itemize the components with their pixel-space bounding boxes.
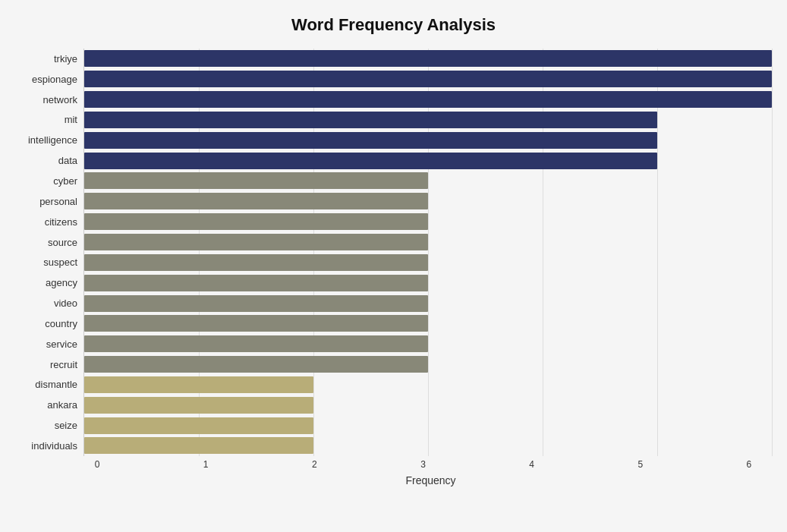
y-label: data: [58, 156, 77, 165]
y-label: mit: [65, 115, 77, 124]
grid-line: [772, 49, 773, 456]
bar-row: [84, 252, 772, 272]
bars-wrapper: [83, 49, 772, 456]
bar: [84, 234, 428, 250]
y-label: suspect: [43, 257, 77, 267]
x-axis-area: 0123456 Frequency: [90, 456, 772, 486]
bar: [84, 193, 428, 209]
y-labels: trkiyeespionagenetworkmitintelligencedat…: [15, 49, 83, 456]
bar-row: [84, 272, 772, 293]
x-tick: 4: [524, 459, 540, 470]
y-label: individuals: [31, 441, 77, 451]
y-label: network: [42, 95, 77, 105]
bar: [84, 335, 428, 352]
bar: [84, 213, 428, 230]
y-label: source: [48, 238, 77, 247]
bar-row: [84, 130, 772, 150]
bar-row: [84, 212, 772, 232]
bar-row: [84, 69, 772, 90]
bar-row: [84, 395, 772, 415]
bar: [84, 91, 772, 108]
bar-row: [84, 313, 772, 334]
x-tick: 2: [307, 459, 322, 470]
bar: [84, 153, 657, 169]
bar: [84, 112, 657, 128]
bar-row: [84, 90, 772, 110]
bar-row: [84, 415, 772, 436]
x-tick: 1: [198, 459, 213, 470]
bar: [84, 254, 428, 271]
x-tick: 6: [741, 459, 757, 470]
bar-row: [84, 334, 772, 354]
bar: [84, 397, 313, 414]
bar: [84, 376, 313, 393]
y-label: cyber: [53, 176, 77, 186]
y-label: video: [54, 298, 77, 308]
y-label: recruit: [50, 360, 77, 370]
y-label: intelligence: [28, 135, 77, 145]
bar: [84, 172, 428, 189]
x-ticks: 0123456: [90, 456, 772, 470]
y-label: service: [46, 339, 77, 349]
bar-row: [84, 171, 772, 191]
bar-row: [84, 150, 772, 171]
bar: [84, 417, 313, 434]
bar-row: [84, 191, 772, 212]
y-label: ankara: [47, 400, 77, 410]
bar: [84, 315, 428, 332]
bar: [84, 50, 772, 67]
x-tick: 0: [90, 459, 105, 470]
bar-row: [84, 354, 772, 375]
bar: [84, 437, 313, 454]
chart-container: Word Frequency Analysis trkiyeespionagen…: [0, 0, 787, 532]
bar: [84, 132, 657, 149]
y-label: trkiye: [54, 54, 77, 64]
chart-title: Word Frequency Analysis: [15, 15, 772, 35]
bar: [84, 295, 428, 312]
bar-row: [84, 49, 772, 69]
bar: [84, 356, 428, 373]
x-axis-label: Frequency: [90, 474, 772, 486]
bar-row: [84, 232, 772, 253]
bar-row: [84, 293, 772, 313]
bar: [84, 275, 428, 291]
y-label: agency: [46, 278, 77, 288]
y-label: country: [45, 319, 77, 329]
y-label: espionage: [32, 74, 77, 84]
y-label: seize: [55, 420, 77, 430]
bar-row: [84, 375, 772, 395]
y-label: personal: [39, 197, 77, 206]
x-tick: 5: [633, 459, 648, 470]
bars-section: trkiyeespionagenetworkmitintelligencedat…: [15, 49, 772, 456]
y-label: dismantle: [35, 379, 77, 389]
y-label: citizens: [45, 217, 77, 227]
x-tick: 3: [415, 459, 430, 470]
bar: [84, 71, 772, 87]
bar-row: [84, 436, 772, 456]
bar-row: [84, 110, 772, 131]
chart-area: trkiyeespionagenetworkmitintelligencedat…: [15, 49, 772, 486]
